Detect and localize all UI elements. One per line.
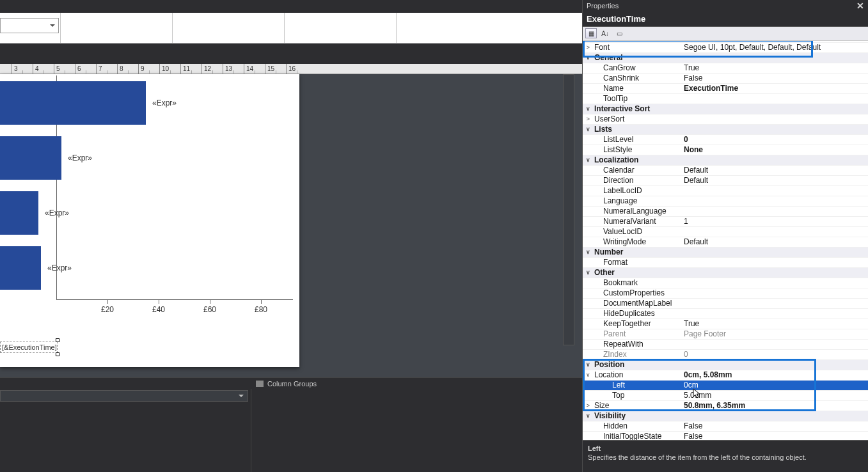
vertical-scrollbar[interactable] — [563, 74, 574, 345]
chevron-down-icon[interactable]: ∨ — [585, 372, 591, 378]
property-row[interactable]: ToolTip — [583, 94, 868, 104]
chevron-down-icon[interactable]: ∨ — [585, 55, 591, 61]
property-row[interactable]: HideDuplicates — [583, 309, 868, 319]
chart-x-axis: £20£40£60£80 — [56, 299, 293, 319]
property-pages-button[interactable]: ▭ — [613, 28, 625, 38]
property-row[interactable]: ValueLocID — [583, 227, 868, 237]
x-tick — [261, 300, 262, 304]
bar-row: «Expr» — [0, 130, 299, 185]
chevron-right-icon[interactable]: > — [585, 116, 591, 122]
property-category-localization[interactable]: ∨Localization — [583, 155, 868, 166]
bar[interactable]: «Expr» — [0, 246, 41, 290]
bar[interactable]: «Expr» — [0, 81, 146, 125]
property-row-top[interactable]: Top5.08mm — [583, 391, 868, 401]
alphabetical-view-button[interactable]: A↓ — [599, 28, 611, 38]
design-area[interactable]: 345678910111213141516 «Expr»«Expr»«Expr»… — [0, 64, 582, 377]
chevron-right-icon[interactable]: > — [585, 45, 591, 51]
property-row[interactable]: ListLevel0 — [583, 135, 868, 145]
properties-panel: Properties ✕ ExecutionTime ▦ A↓ ▭ LineHe… — [582, 0, 868, 472]
property-row[interactable]: DocumentMapLabel — [583, 299, 868, 309]
chevron-right-icon[interactable]: > — [585, 403, 591, 409]
close-icon[interactable]: ✕ — [856, 0, 864, 12]
bar[interactable]: «Expr» — [0, 136, 61, 180]
property-row[interactable]: RepeatWith — [583, 340, 868, 350]
property-row[interactable]: WritingModeDefault — [583, 237, 868, 248]
bar-row: «Expr» — [0, 240, 299, 295]
property-row[interactable]: ListStyleNone — [583, 145, 868, 155]
parameter-row — [0, 13, 582, 43]
property-row[interactable]: CustomProperties — [583, 288, 868, 299]
property-row[interactable]: CanGrowTrue — [583, 63, 868, 74]
property-row[interactable]: Bookmark — [583, 278, 868, 288]
executiontime-textbox[interactable]: [&ExecutionTime] — [0, 342, 58, 353]
property-row[interactable]: HiddenFalse — [583, 421, 868, 432]
properties-header: Properties ✕ — [583, 0, 868, 12]
properties-grid[interactable]: LineHeight>FontSegoe UI, 10pt, Default, … — [583, 41, 868, 440]
ruler-tick: 3 — [12, 64, 18, 74]
chevron-down-icon[interactable]: ∨ — [585, 127, 591, 132]
param-cell-3[interactable] — [173, 13, 285, 43]
property-row-font[interactable]: >FontSegoe UI, 10pt, Default, Default, D… — [583, 43, 868, 53]
property-row[interactable]: ZIndex0 — [583, 350, 868, 360]
chevron-down-icon[interactable]: ∨ — [585, 270, 591, 276]
property-row[interactable]: Format — [583, 258, 868, 268]
categorized-view-button[interactable]: ▦ — [585, 28, 597, 38]
property-row[interactable]: KeepTogetherTrue — [583, 319, 868, 329]
property-row[interactable]: LabelLocID — [583, 186, 868, 196]
ruler-tick: 8 — [117, 64, 123, 74]
property-row[interactable]: CanShrinkFalse — [583, 74, 868, 84]
x-tick-label: £80 — [255, 305, 267, 314]
property-row-size[interactable]: >Size50.8mm, 6.35mm — [583, 401, 868, 411]
design-surface-pane: 345678910111213141516 «Expr»«Expr»«Expr»… — [0, 0, 582, 472]
chevron-down-icon[interactable]: ∨ — [585, 249, 591, 255]
property-row[interactable]: NumeralLanguage — [583, 207, 868, 217]
property-row-usersort[interactable]: >UserSort — [583, 114, 868, 125]
ruler-tick: 11 — [180, 64, 190, 74]
report-page[interactable]: «Expr»«Expr»«Expr»«Expr» £20£40£60£80 [&… — [0, 74, 299, 367]
top-strip — [0, 0, 582, 13]
chevron-down-icon[interactable]: ∨ — [585, 413, 591, 419]
group-dropdown[interactable] — [0, 390, 248, 402]
ruler-tick: 15 — [265, 64, 274, 74]
property-desc-title: Left — [588, 444, 863, 452]
property-category-lists[interactable]: ∨Lists — [583, 125, 868, 135]
ruler-tick: 13 — [223, 64, 232, 74]
property-row[interactable]: NameExecutionTime — [583, 84, 868, 94]
property-row[interactable]: ParentPage Footer — [583, 329, 868, 340]
param-cell-4[interactable] — [285, 13, 397, 43]
property-category-interactive-sort[interactable]: ∨Interactive Sort — [583, 104, 868, 114]
column-groups-icon — [256, 381, 264, 387]
x-tick-label: £20 — [101, 305, 114, 314]
property-category-number[interactable]: ∨Number — [583, 248, 868, 258]
property-row[interactable]: InitialToggleStateFalse — [583, 432, 868, 440]
chart[interactable]: «Expr»«Expr»«Expr»«Expr» — [0, 75, 299, 295]
column-groups-label: Column Groups — [267, 380, 317, 388]
property-category-other[interactable]: ∨Other — [583, 268, 868, 278]
resize-handle-top[interactable] — [56, 338, 59, 342]
property-category-visibility[interactable]: ∨Visibility — [583, 411, 868, 421]
param-cell-2[interactable] — [61, 13, 173, 43]
x-tick-label: £60 — [203, 305, 216, 314]
property-row-location[interactable]: ∨Location0cm, 5.08mm — [583, 370, 868, 381]
param-dropdown[interactable] — [0, 18, 59, 33]
resize-handle-bottom[interactable] — [56, 352, 59, 356]
spacer-bar — [0, 43, 582, 64]
property-category-position[interactable]: ∨Position — [583, 360, 868, 370]
column-groups-area[interactable] — [251, 389, 582, 472]
property-row[interactable]: DirectionDefault — [583, 176, 868, 186]
bar[interactable]: «Expr» — [0, 191, 38, 235]
property-category-general[interactable]: ∨General — [583, 53, 868, 63]
property-row-left[interactable]: Left0cm — [583, 381, 868, 391]
bar-label: «Expr» — [61, 153, 92, 162]
chevron-down-icon[interactable]: ∨ — [585, 157, 591, 163]
horizontal-ruler: 345678910111213141516 — [0, 64, 582, 74]
property-row[interactable]: CalendarDefault — [583, 166, 868, 176]
ruler-tick: 4 — [33, 64, 39, 74]
property-row[interactable]: Language — [583, 196, 868, 207]
chevron-down-icon[interactable]: ∨ — [585, 106, 591, 112]
property-row[interactable]: NumeralVariant1 — [583, 217, 868, 227]
canvas[interactable]: «Expr»«Expr»«Expr»«Expr» £20£40£60£80 [&… — [0, 74, 582, 377]
chevron-down-icon[interactable]: ∨ — [585, 362, 591, 368]
ruler-tick: 12 — [201, 64, 211, 74]
row-groups-area — [0, 389, 251, 472]
